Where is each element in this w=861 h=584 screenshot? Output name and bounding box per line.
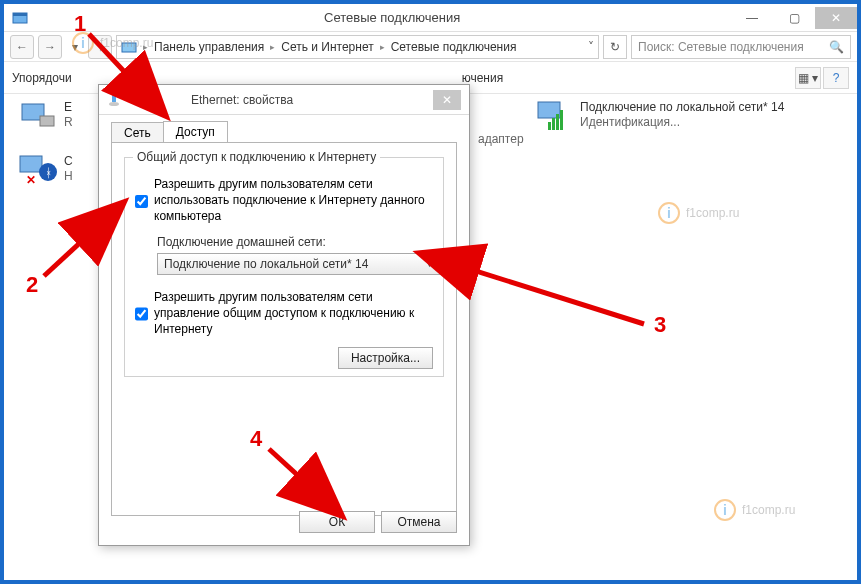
svg-rect-4 (40, 116, 54, 126)
svg-rect-11 (552, 118, 555, 130)
chevron-down-icon[interactable]: ˅ (588, 40, 594, 54)
breadcrumb-item[interactable]: Сетевые подключения (391, 40, 517, 54)
adapter-icon (534, 100, 574, 132)
allow-sharing-label: Разрешить другим пользователям сети испо… (154, 176, 433, 225)
home-network-label: Подключение домашней сети: (157, 235, 433, 249)
svg-rect-10 (548, 122, 551, 130)
group-title: Общий доступ к подключению к Интернету (133, 150, 380, 164)
history-dropdown[interactable]: ▾ (66, 35, 84, 59)
adapter-icon: ᚼ✕ (18, 154, 58, 186)
breadcrumb-item[interactable]: Сеть и Интернет (281, 40, 373, 54)
svg-rect-12 (556, 114, 559, 130)
svg-rect-5 (20, 156, 42, 172)
dialog-titlebar: Ethernet: свойства ✕ (99, 85, 469, 115)
combo-value: Подключение по локальной сети* 14 (164, 257, 368, 271)
window-title: Сетевые подключения (324, 10, 460, 25)
minimize-button[interactable]: — (731, 7, 773, 29)
search-input[interactable]: Поиск: Сетевые подключения 🔍 (631, 35, 851, 59)
svg-point-15 (109, 102, 119, 106)
dialog-icon (107, 93, 121, 107)
allow-control-checkbox[interactable] (135, 291, 148, 338)
properties-dialog: Ethernet: свойства ✕ Сеть Доступ Общий д… (98, 84, 470, 546)
allow-control-label: Разрешить другим пользователям сети упра… (154, 289, 433, 338)
adapter-local[interactable]: Подключение по локальной сети* 14Идентиф… (534, 100, 794, 132)
sharing-group: Общий доступ к подключению к Интернету Р… (124, 157, 444, 377)
tab-body: Общий доступ к подключению к Интернету Р… (111, 142, 457, 516)
search-placeholder: Поиск: Сетевые подключения (638, 40, 804, 54)
view-button[interactable]: ▦ ▾ (795, 67, 821, 89)
chevron-down-icon: ▼ (425, 259, 434, 269)
up-button[interactable]: ↑ (88, 35, 112, 59)
toolbar-text-cut: ючения (462, 71, 504, 85)
forward-button[interactable]: → (38, 35, 62, 59)
tab-sharing[interactable]: Доступ (163, 121, 228, 142)
svg-rect-2 (122, 43, 136, 52)
close-button[interactable]: ✕ (815, 7, 857, 29)
titlebar: Сетевые подключения — ▢ ✕ (4, 4, 857, 32)
dialog-title: Ethernet: свойства (191, 93, 293, 107)
svg-rect-1 (13, 13, 27, 16)
allow-sharing-checkbox[interactable] (135, 178, 148, 225)
organize-button[interactable]: Упорядочи (12, 71, 72, 85)
ok-button[interactable]: ОК (299, 511, 375, 533)
svg-text:ᚼ: ᚼ (45, 166, 52, 180)
breadcrumb-item[interactable]: Панель управления (154, 40, 264, 54)
home-network-combo[interactable]: Подключение по локальной сети* 14 ▼ (157, 253, 441, 275)
svg-text:✕: ✕ (26, 173, 36, 186)
dialog-close-button[interactable]: ✕ (433, 90, 461, 110)
settings-button[interactable]: Настройка... (338, 347, 433, 369)
tab-network[interactable]: Сеть (111, 122, 164, 143)
svg-rect-13 (560, 110, 563, 130)
refresh-button[interactable]: ↻ (603, 35, 627, 59)
breadcrumb[interactable]: ▸ Панель управления ▸ Сеть и Интернет ▸ … (116, 35, 599, 59)
maximize-button[interactable]: ▢ (773, 7, 815, 29)
help-button[interactable]: ? (823, 67, 849, 89)
adapter-icon (18, 100, 58, 132)
adapter-item[interactable]: адаптер (478, 132, 568, 147)
window-icon (12, 10, 28, 26)
search-icon: 🔍 (829, 40, 844, 54)
cancel-button[interactable]: Отмена (381, 511, 457, 533)
svg-rect-14 (112, 94, 116, 102)
location-icon (121, 39, 137, 55)
address-bar: ← → ▾ ↑ ▸ Панель управления ▸ Сеть и Инт… (4, 32, 857, 62)
back-button[interactable]: ← (10, 35, 34, 59)
